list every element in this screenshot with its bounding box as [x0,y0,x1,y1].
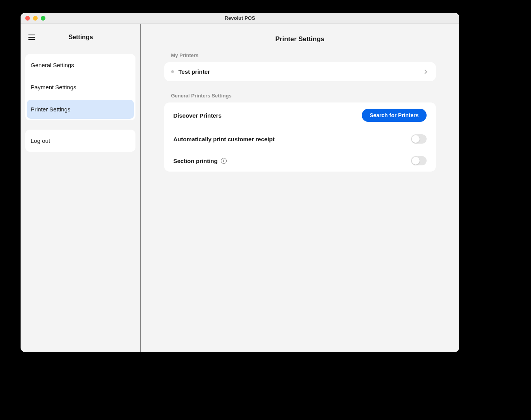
info-icon[interactable]: i [221,158,227,164]
toggle-knob [412,135,420,143]
setting-label: Section printing [174,158,218,164]
search-for-printers-button[interactable]: Search for Printers [362,109,426,122]
sidebar-item-label: Printer Settings [31,106,71,113]
sidebar-item-general-settings[interactable]: General Settings [25,54,135,76]
page-title: Printer Settings [152,31,448,52]
sidebar: Settings General Settings Payment Settin… [21,24,141,352]
setting-row-section-printing: Section printing i [164,150,436,172]
sidebar-item-label: Payment Settings [31,84,76,90]
setting-row-auto-print-receipt: Automatically print customer receipt [164,128,436,150]
general-printer-settings-card: Discover Printers Search for Printers Au… [164,102,436,172]
sidebar-item-payment-settings[interactable]: Payment Settings [25,76,135,98]
setting-row-discover-printers: Discover Printers Search for Printers [164,102,436,128]
chevron-right-icon [423,69,427,74]
toggle-knob [412,157,420,165]
setting-label: Automatically print customer receipt [174,136,411,142]
auto-print-toggle[interactable] [411,134,427,144]
titlebar: Revolut POS [21,13,459,24]
window-title: Revolut POS [21,15,459,21]
printer-name: Test printer [179,68,419,75]
printer-row[interactable]: Test printer [164,62,436,81]
sidebar-item-label: Log out [31,137,50,144]
section-label-my-printers: My Printers [164,52,436,62]
section-printing-toggle[interactable] [411,156,427,165]
printer-status-dot-icon [171,70,174,73]
sidebar-title: Settings [28,34,133,41]
sidebar-item-label: General Settings [31,62,74,68]
sidebar-header: Settings [25,31,135,49]
sidebar-item-printer-settings[interactable]: Printer Settings [27,100,134,119]
section-label-general-printer-settings: General Printers Settings [164,93,436,102]
setting-label-wrap: Section printing i [174,158,411,164]
sidebar-logout-group: Log out [25,130,135,152]
main-panel: Printer Settings My Printers Test printe… [141,24,459,352]
app-window: Revolut POS Settings General Settings Pa… [21,13,459,352]
content-wrap: My Printers Test printer General Printer… [164,52,436,172]
sidebar-settings-group: General Settings Payment Settings Printe… [25,54,135,120]
sidebar-item-logout[interactable]: Log out [25,130,135,152]
my-printers-card: Test printer [164,62,436,81]
setting-label: Discover Printers [174,112,362,119]
app-body: Settings General Settings Payment Settin… [21,24,459,352]
